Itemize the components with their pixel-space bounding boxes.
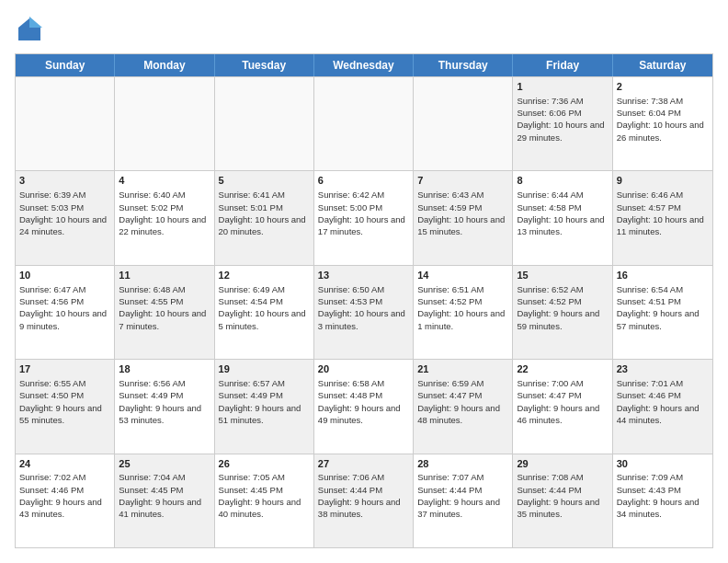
day-info: Sunrise: 7:07 AM Sunset: 4:44 PM Dayligh… [417, 471, 508, 520]
day-number: 29 [517, 457, 608, 471]
day-info: Sunrise: 7:36 AM Sunset: 6:06 PM Dayligh… [517, 95, 608, 144]
day-number: 6 [318, 174, 409, 188]
day-number: 17 [19, 362, 110, 376]
day-info: Sunrise: 7:04 AM Sunset: 4:45 PM Dayligh… [119, 471, 210, 520]
day-info: Sunrise: 7:02 AM Sunset: 4:46 PM Dayligh… [19, 471, 110, 520]
day-number: 30 [617, 457, 709, 471]
day-info: Sunrise: 6:59 AM Sunset: 4:47 PM Dayligh… [417, 377, 508, 426]
cal-cell-29: 29Sunrise: 7:08 AM Sunset: 4:44 PM Dayli… [513, 454, 612, 547]
cal-cell-4: 4Sunrise: 6:40 AM Sunset: 5:02 PM Daylig… [115, 171, 214, 264]
cal-cell-20: 20Sunrise: 6:58 AM Sunset: 4:48 PM Dayli… [314, 360, 414, 453]
cal-cell-14: 14Sunrise: 6:51 AM Sunset: 4:52 PM Dayli… [414, 266, 513, 359]
day-number: 24 [19, 457, 110, 471]
cal-header-tuesday: Tuesday [215, 54, 314, 76]
cal-cell-empty-2 [215, 77, 314, 170]
logo-icon [15, 15, 44, 44]
cal-cell-28: 28Sunrise: 7:07 AM Sunset: 4:44 PM Dayli… [414, 454, 513, 547]
day-info: Sunrise: 7:00 AM Sunset: 4:47 PM Dayligh… [517, 377, 608, 426]
cal-cell-5: 5Sunrise: 6:41 AM Sunset: 5:01 PM Daylig… [215, 171, 314, 264]
cal-cell-21: 21Sunrise: 6:59 AM Sunset: 4:47 PM Dayli… [414, 360, 513, 453]
day-number: 11 [119, 269, 210, 282]
cal-cell-3: 3Sunrise: 6:39 AM Sunset: 5:03 PM Daylig… [16, 171, 115, 264]
cal-cell-12: 12Sunrise: 6:49 AM Sunset: 4:54 PM Dayli… [215, 266, 314, 359]
cal-week-1: 3Sunrise: 6:39 AM Sunset: 5:03 PM Daylig… [16, 170, 712, 264]
day-info: Sunrise: 6:52 AM Sunset: 4:52 PM Dayligh… [517, 283, 608, 332]
cal-cell-9: 9Sunrise: 6:46 AM Sunset: 4:57 PM Daylig… [613, 171, 712, 264]
calendar-body: 1Sunrise: 7:36 AM Sunset: 6:06 PM Daylig… [16, 76, 712, 547]
cal-week-0: 1Sunrise: 7:36 AM Sunset: 6:06 PM Daylig… [16, 76, 712, 170]
day-number: 5 [219, 174, 310, 188]
day-info: Sunrise: 7:08 AM Sunset: 4:44 PM Dayligh… [517, 471, 608, 520]
day-number: 16 [617, 269, 709, 282]
cal-header-friday: Friday [513, 54, 612, 76]
day-number: 25 [119, 457, 210, 471]
cal-week-2: 10Sunrise: 6:47 AM Sunset: 4:56 PM Dayli… [16, 265, 712, 359]
day-info: Sunrise: 6:49 AM Sunset: 4:54 PM Dayligh… [219, 283, 310, 332]
day-info: Sunrise: 6:56 AM Sunset: 4:49 PM Dayligh… [119, 377, 210, 426]
day-number: 4 [119, 174, 210, 188]
day-info: Sunrise: 7:06 AM Sunset: 4:44 PM Dayligh… [318, 471, 409, 520]
cal-header-monday: Monday [115, 54, 214, 76]
cal-cell-8: 8Sunrise: 6:44 AM Sunset: 4:58 PM Daylig… [513, 171, 612, 264]
day-info: Sunrise: 7:38 AM Sunset: 6:04 PM Dayligh… [617, 95, 709, 144]
day-info: Sunrise: 6:50 AM Sunset: 4:53 PM Dayligh… [318, 283, 409, 332]
day-number: 2 [617, 80, 709, 94]
cal-cell-22: 22Sunrise: 7:00 AM Sunset: 4:47 PM Dayli… [513, 360, 612, 453]
day-number: 23 [617, 362, 709, 376]
day-number: 8 [517, 174, 608, 188]
svg-marker-1 [29, 17, 42, 28]
cal-cell-6: 6Sunrise: 6:42 AM Sunset: 5:00 PM Daylig… [314, 171, 414, 264]
day-info: Sunrise: 6:54 AM Sunset: 4:51 PM Dayligh… [617, 283, 709, 332]
day-info: Sunrise: 6:58 AM Sunset: 4:48 PM Dayligh… [318, 377, 409, 426]
day-number: 26 [219, 457, 310, 471]
day-number: 15 [517, 269, 608, 282]
cal-cell-1: 1Sunrise: 7:36 AM Sunset: 6:06 PM Daylig… [513, 77, 612, 170]
cal-cell-empty-1 [115, 77, 214, 170]
cal-cell-30: 30Sunrise: 7:09 AM Sunset: 4:43 PM Dayli… [613, 454, 712, 547]
cal-cell-13: 13Sunrise: 6:50 AM Sunset: 4:53 PM Dayli… [314, 266, 414, 359]
cal-cell-10: 10Sunrise: 6:47 AM Sunset: 4:56 PM Dayli… [16, 266, 115, 359]
cal-cell-18: 18Sunrise: 6:56 AM Sunset: 4:49 PM Dayli… [115, 360, 214, 453]
calendar-header-row: SundayMondayTuesdayWednesdayThursdayFrid… [16, 54, 712, 76]
day-number: 9 [617, 174, 709, 188]
day-number: 7 [417, 174, 508, 188]
cal-cell-17: 17Sunrise: 6:55 AM Sunset: 4:50 PM Dayli… [16, 360, 115, 453]
cal-header-sunday: Sunday [16, 54, 115, 76]
cal-cell-2: 2Sunrise: 7:38 AM Sunset: 6:04 PM Daylig… [613, 77, 712, 170]
day-info: Sunrise: 7:01 AM Sunset: 4:46 PM Dayligh… [617, 377, 709, 426]
day-info: Sunrise: 6:57 AM Sunset: 4:49 PM Dayligh… [219, 377, 310, 426]
day-number: 18 [119, 362, 210, 376]
cal-cell-empty-4 [414, 77, 513, 170]
cal-cell-25: 25Sunrise: 7:04 AM Sunset: 4:45 PM Dayli… [115, 454, 214, 547]
cal-week-3: 17Sunrise: 6:55 AM Sunset: 4:50 PM Dayli… [16, 359, 712, 453]
day-info: Sunrise: 6:47 AM Sunset: 4:56 PM Dayligh… [19, 283, 110, 332]
cal-cell-23: 23Sunrise: 7:01 AM Sunset: 4:46 PM Dayli… [613, 360, 712, 453]
day-number: 3 [19, 174, 110, 188]
day-number: 13 [318, 269, 409, 282]
day-info: Sunrise: 6:51 AM Sunset: 4:52 PM Dayligh… [417, 283, 508, 332]
day-number: 27 [318, 457, 409, 471]
day-info: Sunrise: 6:41 AM Sunset: 5:01 PM Dayligh… [219, 189, 310, 237]
header [15, 15, 713, 44]
calendar: SundayMondayTuesdayWednesdayThursdayFrid… [15, 53, 713, 548]
day-info: Sunrise: 6:46 AM Sunset: 4:57 PM Dayligh… [617, 189, 709, 237]
day-info: Sunrise: 6:40 AM Sunset: 5:02 PM Dayligh… [119, 189, 210, 237]
cal-cell-empty-0 [16, 77, 115, 170]
cal-cell-empty-3 [314, 77, 414, 170]
cal-week-4: 24Sunrise: 7:02 AM Sunset: 4:46 PM Dayli… [16, 454, 712, 547]
day-number: 21 [417, 362, 508, 376]
day-info: Sunrise: 6:42 AM Sunset: 5:00 PM Dayligh… [318, 189, 409, 237]
logo [15, 15, 48, 44]
day-number: 19 [219, 362, 310, 376]
cal-cell-27: 27Sunrise: 7:06 AM Sunset: 4:44 PM Dayli… [314, 454, 414, 547]
cal-cell-7: 7Sunrise: 6:43 AM Sunset: 4:59 PM Daylig… [414, 171, 513, 264]
day-number: 14 [417, 269, 508, 282]
day-info: Sunrise: 6:48 AM Sunset: 4:55 PM Dayligh… [119, 283, 210, 332]
cal-cell-26: 26Sunrise: 7:05 AM Sunset: 4:45 PM Dayli… [215, 454, 314, 547]
cal-cell-19: 19Sunrise: 6:57 AM Sunset: 4:49 PM Dayli… [215, 360, 314, 453]
day-number: 12 [219, 269, 310, 282]
cal-cell-15: 15Sunrise: 6:52 AM Sunset: 4:52 PM Dayli… [513, 266, 612, 359]
cal-cell-16: 16Sunrise: 6:54 AM Sunset: 4:51 PM Dayli… [613, 266, 712, 359]
day-info: Sunrise: 6:55 AM Sunset: 4:50 PM Dayligh… [19, 377, 110, 426]
day-info: Sunrise: 7:05 AM Sunset: 4:45 PM Dayligh… [219, 471, 310, 520]
